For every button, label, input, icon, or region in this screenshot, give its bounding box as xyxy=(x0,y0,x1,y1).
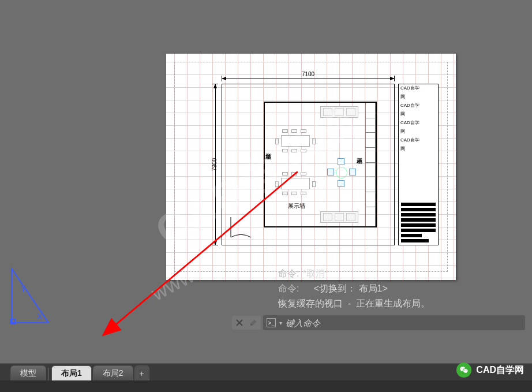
title-block: CAD自学 网 CAD自学 网 CAD自学 网 CAD自学 网 xyxy=(398,84,439,245)
close-commandline-icon[interactable] xyxy=(234,318,245,328)
svg-point-6 xyxy=(250,324,252,326)
svg-marker-0 xyxy=(12,268,48,323)
dimension-top: 7100 xyxy=(222,74,395,83)
wechat-icon xyxy=(456,363,471,378)
label-display-bottom: 展示墙 xyxy=(288,202,305,210)
viewport-frame: 形象墙 展示柜 展示墙 xyxy=(222,84,395,245)
brand-badge: CAD自学网 xyxy=(456,362,524,378)
paper-sheet: 7100 7900 xyxy=(166,54,456,280)
tab-add-layout[interactable]: + xyxy=(134,365,149,380)
display-cabinet xyxy=(365,103,376,226)
customize-icon[interactable] xyxy=(248,318,258,328)
command-bar: >_ ▾ xyxy=(232,315,525,331)
dropdown-icon[interactable]: ▾ xyxy=(279,320,282,326)
sofa-bottom xyxy=(320,211,358,223)
round-table xyxy=(327,158,356,187)
tab-layout1[interactable]: 布局1 xyxy=(51,365,92,380)
ucs-icon: Y X xyxy=(7,263,53,326)
tab-model[interactable]: 模型 xyxy=(10,365,46,380)
dim-top-value: 7100 xyxy=(302,71,314,77)
sofa-top xyxy=(320,106,358,118)
dining-set-2 xyxy=(275,172,316,195)
command-input-container[interactable]: >_ ▾ xyxy=(263,315,525,330)
tab-layout2[interactable]: 布局2 xyxy=(93,365,133,380)
command-history: 命令:*取消* 命令: <切换到： 布局1> 恢复缓存的视口 - 正在重生成布局… xyxy=(278,266,520,311)
dimension-left: 7900 xyxy=(211,84,219,245)
status-bar xyxy=(0,380,532,392)
svg-text:X: X xyxy=(37,312,43,321)
room-outline: 形象墙 展示柜 展示墙 xyxy=(264,102,377,227)
command-input[interactable] xyxy=(286,318,522,328)
layout-canvas[interactable]: 7100 7900 xyxy=(0,0,532,364)
command-tools xyxy=(232,316,261,330)
layout-tab-bar: 模型 布局1 布局2 + xyxy=(0,363,532,380)
dining-set-1 xyxy=(275,129,316,152)
svg-text:Y: Y xyxy=(21,284,27,293)
command-prompt-icon: >_ xyxy=(267,318,276,327)
brand-text: CAD自学网 xyxy=(476,364,524,376)
door-swing xyxy=(228,211,257,240)
dim-left-value: 7900 xyxy=(211,158,218,171)
